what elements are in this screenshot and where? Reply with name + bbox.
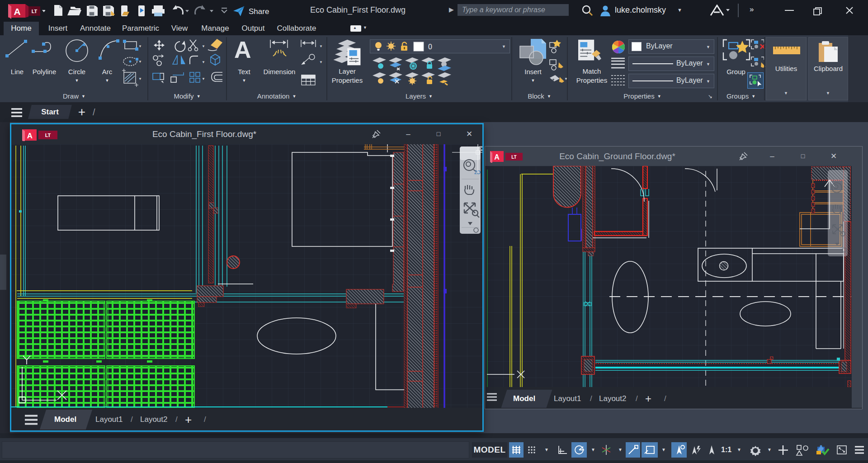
svg-text:LT: LT bbox=[45, 132, 51, 138]
svg-text:0: 0 bbox=[428, 43, 432, 51]
svg-text:LT: LT bbox=[32, 9, 38, 14]
svg-text:Share: Share bbox=[249, 7, 269, 16]
svg-text:A: A bbox=[14, 6, 20, 17]
svg-text:2D: 2D bbox=[474, 170, 481, 175]
svg-text:A: A bbox=[27, 132, 33, 140]
